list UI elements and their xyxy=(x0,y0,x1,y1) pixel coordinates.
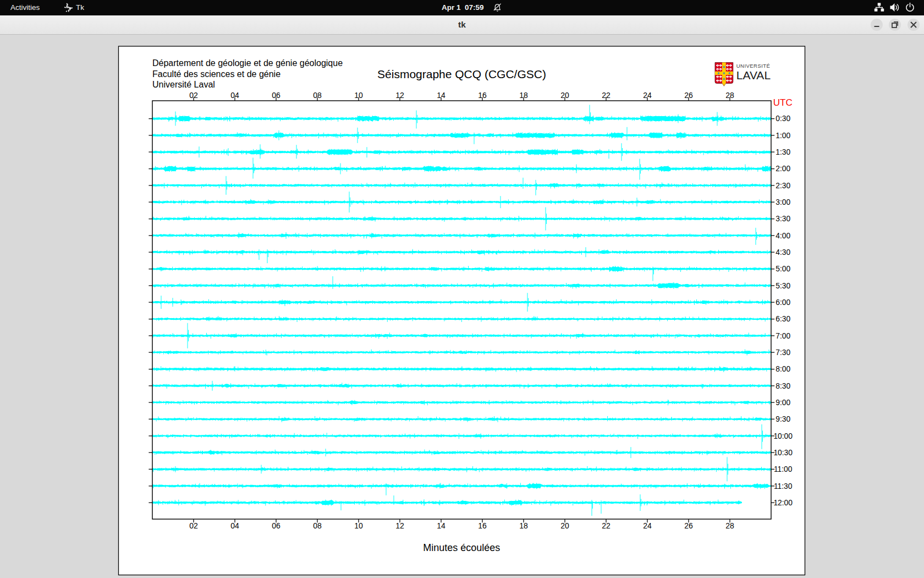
svg-text:14: 14 xyxy=(437,91,446,100)
svg-text:11:00: 11:00 xyxy=(774,465,793,473)
svg-text:4:30: 4:30 xyxy=(776,248,790,257)
svg-text:18: 18 xyxy=(519,91,528,100)
svg-text:2:30: 2:30 xyxy=(776,182,790,190)
svg-text:Minutes écoulées: Minutes écoulées xyxy=(423,542,500,553)
svg-text:16: 16 xyxy=(478,91,487,100)
svg-text:8:30: 8:30 xyxy=(776,382,790,390)
svg-text:26: 26 xyxy=(684,521,693,530)
svg-text:2:00: 2:00 xyxy=(776,165,790,173)
svg-text:Séismographe QCQ (CGC/GSC): Séismographe QCQ (CGC/GSC) xyxy=(377,68,546,80)
svg-text:5:30: 5:30 xyxy=(776,282,790,290)
svg-text:1:30: 1:30 xyxy=(776,148,790,156)
svg-text:8:00: 8:00 xyxy=(776,365,790,373)
svg-text:Université Laval: Université Laval xyxy=(152,80,215,89)
svg-text:08: 08 xyxy=(313,521,322,530)
svg-text:28: 28 xyxy=(725,521,734,530)
svg-text:Faculté des sciences et de gén: Faculté des sciences et de génie xyxy=(152,69,280,79)
svg-text:LAVAL: LAVAL xyxy=(736,69,771,81)
svg-text:12: 12 xyxy=(395,91,404,100)
svg-text:11:30: 11:30 xyxy=(774,482,793,490)
svg-text:24: 24 xyxy=(643,91,652,100)
svg-text:16: 16 xyxy=(478,521,487,530)
svg-text:22: 22 xyxy=(602,91,610,100)
svg-text:04: 04 xyxy=(230,91,239,100)
svg-text:12:00: 12:00 xyxy=(773,499,793,507)
svg-text:7:00: 7:00 xyxy=(776,332,790,340)
svg-text:20: 20 xyxy=(560,91,569,100)
svg-text:22: 22 xyxy=(602,521,610,530)
svg-text:UTC: UTC xyxy=(773,97,793,108)
svg-text:06: 06 xyxy=(272,91,280,100)
svg-text:9:00: 9:00 xyxy=(776,399,790,407)
svg-text:02: 02 xyxy=(189,521,198,530)
svg-text:10:00: 10:00 xyxy=(773,432,793,440)
svg-text:02: 02 xyxy=(189,91,198,100)
svg-text:10:30: 10:30 xyxy=(773,449,793,457)
svg-text:3:30: 3:30 xyxy=(776,215,790,223)
svg-text:06: 06 xyxy=(272,521,280,530)
svg-text:UNIVERSITÉ: UNIVERSITÉ xyxy=(736,63,771,69)
svg-text:26: 26 xyxy=(684,91,693,100)
svg-text:0:30: 0:30 xyxy=(776,114,790,123)
svg-text:24: 24 xyxy=(643,521,652,530)
svg-text:10: 10 xyxy=(354,91,363,100)
svg-text:9:30: 9:30 xyxy=(776,415,790,423)
svg-text:20: 20 xyxy=(560,521,569,530)
svg-text:4:00: 4:00 xyxy=(776,232,790,240)
svg-text:6:30: 6:30 xyxy=(776,315,790,323)
svg-text:28: 28 xyxy=(725,91,734,100)
svg-text:04: 04 xyxy=(230,521,239,530)
svg-text:18: 18 xyxy=(519,521,528,530)
svg-text:3:00: 3:00 xyxy=(776,198,790,206)
svg-text:10: 10 xyxy=(354,521,363,530)
svg-text:1:00: 1:00 xyxy=(776,132,790,140)
svg-text:08: 08 xyxy=(313,91,322,100)
svg-text:14: 14 xyxy=(437,521,446,530)
svg-text:7:30: 7:30 xyxy=(776,348,790,357)
svg-text:6:00: 6:00 xyxy=(776,298,790,307)
svg-text:12: 12 xyxy=(395,521,404,530)
svg-text:5:00: 5:00 xyxy=(776,265,790,273)
svg-text:Département de géologie et de: Département de géologie et de génie géol… xyxy=(152,58,343,68)
